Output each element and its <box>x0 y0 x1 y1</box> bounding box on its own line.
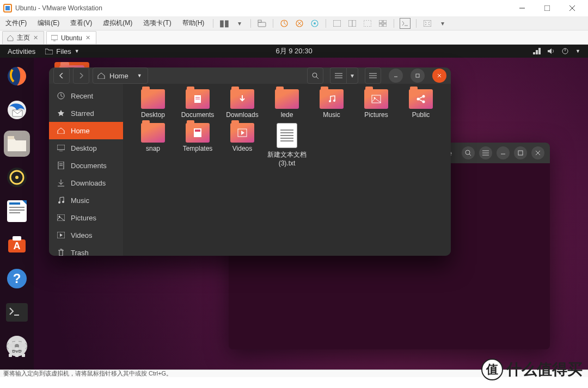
file-item[interactable]: snap <box>131 123 175 167</box>
bg-terminal-minimize-button[interactable] <box>497 146 510 159</box>
sidebar-item-music[interactable]: Music <box>49 192 123 209</box>
volume-icon[interactable] <box>547 47 555 55</box>
file-item[interactable]: Templates <box>175 123 220 167</box>
files-titlebar: Home ▼ ▾ <box>49 67 451 84</box>
trash-icon <box>57 249 65 256</box>
power-icon[interactable] <box>561 47 569 55</box>
sidebar-item-label: Recent <box>71 92 93 100</box>
tab-ubuntu-close-icon[interactable]: ✕ <box>85 34 90 41</box>
bg-terminal-search-button[interactable] <box>462 146 475 159</box>
dock-software[interactable]: A <box>4 232 30 258</box>
dock-rhythmbox[interactable] <box>4 164 30 190</box>
snapshot-take-icon[interactable] <box>279 18 290 29</box>
view-list-button[interactable] <box>330 67 346 84</box>
svg-rect-39 <box>9 210 24 211</box>
view-single-icon[interactable] <box>332 18 342 29</box>
svg-rect-16 <box>379 20 382 23</box>
file-item[interactable]: Documents <box>175 89 220 119</box>
bg-terminal-maximize-button[interactable] <box>514 146 527 159</box>
hamburger-menu-button[interactable] <box>365 67 381 84</box>
tab-home[interactable]: 主页 ✕ <box>2 31 44 44</box>
file-item[interactable]: lede <box>265 89 309 119</box>
snapshot-revert-icon[interactable] <box>294 18 305 29</box>
power-menu-caret-icon[interactable]: ▾ <box>234 18 245 29</box>
dock-apps-grid[interactable] <box>4 336 30 362</box>
download-icon <box>57 179 65 187</box>
sidebar-item-downloads[interactable]: Downloads <box>49 174 123 192</box>
clock-label[interactable]: 6月 9 20:30 <box>275 46 312 56</box>
fullscreen-icon[interactable] <box>422 18 433 29</box>
dock-terminal[interactable] <box>4 299 30 325</box>
files-maximize-button[interactable] <box>411 69 425 83</box>
files-close-button[interactable] <box>432 69 446 83</box>
view-caret-button[interactable]: ▾ <box>346 67 358 84</box>
tab-home-close-icon[interactable]: ✕ <box>33 34 38 41</box>
files-content[interactable]: DesktopDocumentsDownloadsledeMusicPictur… <box>123 84 451 256</box>
chevron-down-icon[interactable]: ▼ <box>575 48 580 54</box>
files-minimize-button[interactable] <box>389 69 403 83</box>
dock-thunderbird[interactable] <box>4 97 30 123</box>
tab-ubuntu[interactable]: Ubuntu ✕ <box>46 31 96 44</box>
nav-forward-button[interactable] <box>73 67 89 84</box>
fullscreen-caret-icon[interactable]: ▾ <box>437 18 448 29</box>
sidebar-item-starred[interactable]: Starred <box>49 104 123 122</box>
file-item[interactable]: Desktop <box>131 89 175 119</box>
dock-files[interactable] <box>4 131 30 157</box>
host-close-button[interactable] <box>560 0 585 16</box>
dock-firefox[interactable] <box>4 63 30 89</box>
file-item[interactable]: 新建文本文档 (3).txt <box>265 123 309 167</box>
menu-help[interactable]: 帮助(H) <box>179 17 208 29</box>
svg-text:A: A <box>14 241 21 251</box>
folder-icon <box>320 89 344 109</box>
file-item[interactable]: Public <box>399 89 443 119</box>
sidebar-item-desktop[interactable]: Desktop <box>49 139 123 157</box>
bg-terminal-menu-button[interactable] <box>479 146 492 159</box>
path-bar[interactable]: Home ▼ <box>93 67 148 84</box>
activities-button[interactable]: Activities <box>8 47 35 56</box>
file-item[interactable]: Pictures <box>354 89 399 119</box>
folder-icon <box>275 89 299 109</box>
menu-tabs[interactable]: 选项卡(T) <box>140 17 174 29</box>
host-minimize-button[interactable] <box>510 0 535 16</box>
view-unity-icon[interactable] <box>362 18 373 29</box>
search-button[interactable] <box>307 67 323 84</box>
file-item[interactable]: Downloads <box>220 89 265 119</box>
topbar-app-indicator[interactable]: Files ▼ <box>45 47 79 56</box>
view-split-icon[interactable] <box>347 18 358 29</box>
view-thumbnail-icon[interactable] <box>377 18 388 29</box>
console-view-icon[interactable] <box>400 18 411 29</box>
menu-edit[interactable]: 编辑(E) <box>34 17 63 29</box>
dock-help[interactable]: ? <box>4 266 30 292</box>
menu-view[interactable]: 查看(V) <box>67 17 95 29</box>
svg-rect-58 <box>518 151 523 155</box>
vmware-menubar: 文件(F) 编辑(E) 查看(V) 虚拟机(M) 选项卡(T) 帮助(H) ▮▮… <box>0 16 588 30</box>
send-cad-icon[interactable] <box>256 18 267 29</box>
pause-icon[interactable]: ▮▮ <box>219 18 230 29</box>
sidebar-item-trash[interactable]: Trash <box>49 244 123 256</box>
file-item[interactable]: Music <box>309 89 354 119</box>
menu-vm[interactable]: 虚拟机(M) <box>100 17 136 29</box>
chevron-down-icon[interactable]: ▼ <box>137 73 142 78</box>
network-icon[interactable] <box>533 47 541 55</box>
bg-terminal-close-button[interactable] <box>531 146 544 159</box>
svg-rect-19 <box>383 24 387 27</box>
nav-back-button[interactable] <box>53 67 70 84</box>
svg-point-89 <box>333 100 335 102</box>
sidebar-item-recent[interactable]: Recent <box>49 87 123 104</box>
menu-file[interactable]: 文件(F) <box>2 17 30 29</box>
sidebar-item-pictures[interactable]: Pictures <box>49 209 123 226</box>
host-maximize-button[interactable] <box>535 0 560 16</box>
svg-rect-38 <box>9 207 24 208</box>
sidebar-item-videos[interactable]: Videos <box>49 226 123 244</box>
file-item[interactable]: Videos <box>220 123 265 167</box>
svg-rect-12 <box>333 20 341 27</box>
sidebar-item-home[interactable]: Home <box>49 122 123 139</box>
watermark: 值 什么值得买 <box>481 359 583 380</box>
snapshot-manager-icon[interactable] <box>309 18 320 29</box>
dock-writer[interactable] <box>4 198 30 224</box>
ubuntu-topbar: Activities Files ▼ 6月 9 20:30 ▼ <box>0 45 588 58</box>
svg-point-94 <box>422 101 425 103</box>
svg-point-93 <box>417 98 420 101</box>
vmware-titlebar: Ubuntu - VMware Workstation <box>0 0 588 16</box>
sidebar-item-documents[interactable]: Documents <box>49 157 123 174</box>
